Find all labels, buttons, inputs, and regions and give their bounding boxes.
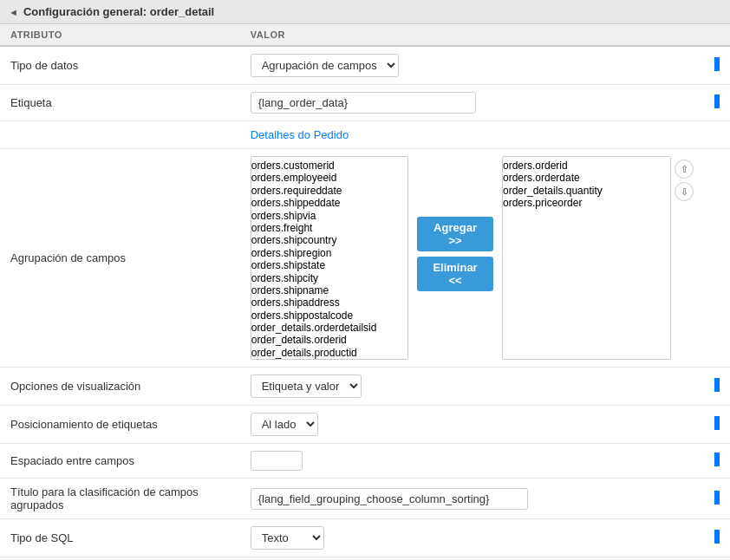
value-link: Detalhes do Pedido <box>240 121 704 149</box>
row-agrupacion: Agrupación de campos orders.customerid o… <box>0 149 730 368</box>
col-actions <box>704 24 730 46</box>
row-etiqueta: Etiqueta <box>0 85 730 121</box>
indicator-opciones <box>704 368 730 406</box>
config-table: ATRIBUTO VALOR Tipo de datos Agrupación … <box>0 24 730 557</box>
label-tipo-sql: Tipo de SQL <box>0 519 240 557</box>
select-tipo-datos[interactable]: Agrupación de campos Tabla Lista <box>251 54 399 77</box>
row-tipo-sql: Tipo de SQL Texto Número Fecha <box>0 519 730 557</box>
indicator-tipo-sql <box>704 519 730 557</box>
down-button[interactable]: ⇩ <box>675 182 694 201</box>
value-etiqueta <box>240 85 704 121</box>
row-tipo-datos: Tipo de datos Agrupación de campos Tabla… <box>0 46 730 85</box>
input-espaciado[interactable] <box>251 451 303 471</box>
remove-button[interactable]: Eliminar << <box>417 257 493 291</box>
label-opciones: Opciones de visualización <box>0 368 240 406</box>
value-posicionamiento: Al lado Arriba Abajo <box>240 406 704 444</box>
panel-header: ◄ Configuración general: order_detail <box>0 0 730 24</box>
value-tipo-sql: Texto Número Fecha <box>240 519 704 557</box>
right-list[interactable]: orders.orderid orders.orderdate order_de… <box>502 156 671 360</box>
up-button[interactable]: ⇧ <box>675 160 694 179</box>
indicator-titulo-clasificacion <box>704 479 730 519</box>
label-tipo-datos: Tipo de datos <box>0 46 240 85</box>
dual-list-actions: Agregar >> Eliminar << <box>417 217 493 291</box>
row-link: Detalhes do Pedido <box>0 121 730 149</box>
col-valor: VALOR <box>240 24 704 46</box>
select-tipo-sql[interactable]: Texto Número Fecha <box>251 526 324 550</box>
label-etiqueta: Etiqueta <box>0 85 240 121</box>
input-titulo-clasificacion[interactable] <box>251 488 528 510</box>
select-opciones[interactable]: Etiqueta y valor Solo valor Solo etiquet… <box>251 374 362 398</box>
label-espaciado: Espaciado entre campos <box>0 444 240 479</box>
value-agrupacion: orders.customerid orders.employeeid orde… <box>240 149 704 368</box>
label-titulo-clasificacion: Título para la clasificación de campos a… <box>0 479 240 519</box>
value-espaciado <box>240 444 704 479</box>
value-tipo-datos: Agrupación de campos Tabla Lista <box>240 46 704 85</box>
up-down-buttons: ⇧ ⇩ <box>675 160 694 201</box>
value-titulo-clasificacion <box>240 479 704 519</box>
row-espaciado: Espaciado entre campos <box>0 444 730 479</box>
row-posicionamiento: Posicionamiento de etiquetas Al lado Arr… <box>0 406 730 444</box>
select-posicionamiento[interactable]: Al lado Arriba Abajo <box>251 413 318 436</box>
dual-list-container: orders.customerid orders.employeeid orde… <box>251 156 694 360</box>
detalhes-link[interactable]: Detalhes do Pedido <box>251 128 349 141</box>
indicator-agrupacion <box>704 149 730 368</box>
add-button[interactable]: Agregar >> <box>417 217 493 251</box>
label-link <box>0 121 240 149</box>
indicator-etiqueta <box>704 85 730 121</box>
row-opciones: Opciones de visualización Etiqueta y val… <box>0 368 730 406</box>
indicator-posicionamiento <box>704 406 730 444</box>
indicator-link <box>704 121 730 149</box>
input-etiqueta[interactable] <box>251 92 476 114</box>
panel-title: Configuración general: order_detail <box>23 5 214 18</box>
indicator-espaciado <box>704 444 730 479</box>
collapse-arrow[interactable]: ◄ <box>9 7 18 17</box>
panel: ◄ Configuración general: order_detail AT… <box>0 0 730 557</box>
left-list[interactable]: orders.customerid orders.employeeid orde… <box>251 156 408 360</box>
indicator-tipo-datos <box>704 46 730 85</box>
col-atributo: ATRIBUTO <box>0 24 240 46</box>
row-titulo-clasificacion: Título para la clasificación de campos a… <box>0 479 730 519</box>
label-agrupacion: Agrupación de campos <box>0 149 240 368</box>
value-opciones: Etiqueta y valor Solo valor Solo etiquet… <box>240 368 704 406</box>
label-posicionamiento: Posicionamiento de etiquetas <box>0 406 240 444</box>
right-list-container: orders.orderid orders.orderdate order_de… <box>502 156 694 360</box>
